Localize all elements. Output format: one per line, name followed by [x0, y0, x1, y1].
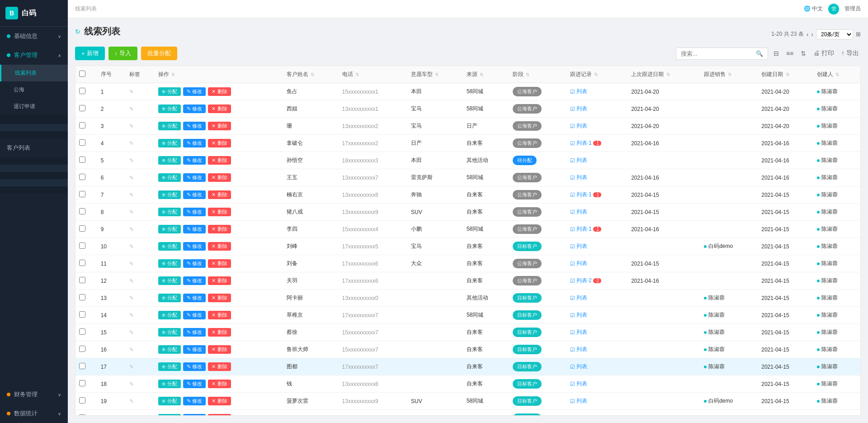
sort-button[interactable]: ⇅: [799, 48, 808, 59]
delete-button[interactable]: ✕ 删除: [208, 362, 231, 371]
edit-button[interactable]: ✎ 修改: [183, 294, 206, 302]
edit-tag-icon[interactable]: ✎: [129, 278, 134, 284]
row-checkbox[interactable]: [79, 363, 85, 369]
delete-button[interactable]: ✕ 删除: [208, 328, 231, 337]
edit-button[interactable]: ✎ 修改: [183, 139, 206, 147]
edit-button[interactable]: ✎ 修改: [183, 156, 206, 165]
batch-assign-button[interactable]: 批量分配: [141, 47, 177, 60]
assign-button[interactable]: ⊕ 分配: [158, 397, 181, 405]
edit-tag-icon[interactable]: ✎: [129, 89, 134, 95]
sidebar-item-financial[interactable]: 财务管理 ∨: [0, 385, 68, 404]
add-button[interactable]: + 新增: [75, 47, 105, 60]
edit-tag-icon[interactable]: ✎: [129, 381, 134, 387]
assign-button[interactable]: ⊕ 分配: [158, 345, 181, 354]
next-page-btn[interactable]: ›: [811, 31, 813, 38]
row-checkbox[interactable]: [79, 105, 85, 111]
row-checkbox[interactable]: [79, 380, 85, 386]
edit-button[interactable]: ✎ 修改: [183, 380, 206, 388]
follow-link[interactable]: ☑ 列表: [570, 328, 624, 336]
assign-button[interactable]: ⊕ 分配: [158, 190, 181, 199]
delete-button[interactable]: ✕ 删除: [208, 294, 231, 302]
assign-button[interactable]: ⊕ 分配: [158, 139, 181, 147]
edit-tag-icon[interactable]: ✎: [129, 261, 134, 267]
assign-button[interactable]: ⊕ 分配: [158, 414, 181, 416]
follow-link[interactable]: ☑ 列表: [570, 260, 624, 267]
print-button[interactable]: 🖨 打印: [811, 48, 836, 59]
edit-tag-icon[interactable]: ✎: [129, 192, 134, 198]
edit-tag-icon[interactable]: ✎: [129, 347, 134, 353]
delete-button[interactable]: ✕ 删除: [208, 225, 231, 233]
delete-button[interactable]: ✕ 删除: [208, 345, 231, 354]
prev-page-btn[interactable]: ‹: [807, 31, 809, 38]
delete-button[interactable]: ✕ 删除: [208, 122, 231, 130]
row-checkbox[interactable]: [79, 277, 85, 283]
follow-link[interactable]: ☑ 列表: [570, 157, 624, 164]
row-checkbox[interactable]: [79, 346, 85, 352]
edit-button[interactable]: ✎ 修改: [183, 173, 206, 182]
edit-tag-icon[interactable]: ✎: [129, 175, 134, 181]
search-icon[interactable]: 🔍: [756, 50, 763, 57]
follow-link[interactable]: ☑ 列表: [570, 311, 624, 319]
delete-button[interactable]: ✕ 删除: [208, 242, 231, 251]
edit-tag-icon[interactable]: ✎: [129, 226, 134, 233]
delete-button[interactable]: ✕ 删除: [208, 397, 231, 405]
follow-link[interactable]: ☑ 列表: [570, 105, 624, 113]
edit-tag-icon[interactable]: ✎: [129, 243, 134, 250]
edit-tag-icon[interactable]: ✎: [129, 106, 134, 112]
follow-link[interactable]: ☑ 列表: [570, 414, 624, 416]
follow-link[interactable]: ☑ 列表·2·2: [570, 277, 624, 285]
follow-link[interactable]: ☑ 列表: [570, 294, 624, 302]
grid-view-icon[interactable]: ⊞: [856, 31, 861, 38]
lang-switch[interactable]: 🌐 中文: [804, 5, 823, 13]
sidebar-sub-public-sea[interactable]: 公海: [0, 81, 68, 98]
edit-button[interactable]: ✎ 修改: [183, 105, 206, 113]
refresh-icon[interactable]: ↻: [75, 28, 80, 35]
assign-button[interactable]: ⊕ 分配: [158, 122, 181, 130]
assign-button[interactable]: ⊕ 分配: [158, 276, 181, 285]
row-checkbox[interactable]: [79, 242, 85, 249]
row-checkbox[interactable]: [79, 225, 85, 232]
assign-button[interactable]: ⊕ 分配: [158, 242, 181, 251]
edit-button[interactable]: ✎ 修改: [183, 311, 206, 319]
assign-button[interactable]: ⊕ 分配: [158, 362, 181, 371]
row-checkbox[interactable]: [79, 174, 85, 180]
row-checkbox[interactable]: [79, 191, 85, 197]
follow-link[interactable]: ☑ 列表·1·1: [570, 225, 624, 233]
assign-button[interactable]: ⊕ 分配: [158, 87, 181, 96]
edit-tag-icon[interactable]: ✎: [129, 140, 134, 147]
follow-link[interactable]: ☑ 列表: [570, 380, 624, 388]
row-checkbox[interactable]: [79, 260, 85, 266]
filter-button[interactable]: ⊟: [772, 48, 781, 59]
edit-tag-icon[interactable]: ✎: [129, 295, 134, 301]
edit-tag-icon[interactable]: ✎: [129, 123, 134, 129]
follow-link[interactable]: ☑ 列表: [570, 242, 624, 250]
delete-button[interactable]: ✕ 删除: [208, 87, 231, 96]
row-checkbox[interactable]: [79, 328, 85, 335]
edit-tag-icon[interactable]: ✎: [129, 209, 134, 215]
sidebar-item-customer-list[interactable]: 客户列表: [0, 138, 68, 157]
follow-link[interactable]: ☑ 列表: [570, 88, 624, 95]
sidebar-item-data-stats[interactable]: 数据统计 ∨: [0, 404, 68, 423]
row-checkbox[interactable]: [79, 139, 85, 146]
select-all-checkbox[interactable]: [79, 71, 85, 77]
follow-link[interactable]: ☑ 列表·1·1: [570, 191, 624, 199]
edit-button[interactable]: ✎ 修改: [183, 208, 206, 216]
row-checkbox[interactable]: [79, 122, 85, 128]
edit-button[interactable]: ✎ 修改: [183, 225, 206, 233]
follow-link[interactable]: ☑ 列表: [570, 174, 624, 181]
row-checkbox[interactable]: [79, 157, 85, 163]
search-input[interactable]: [681, 50, 753, 57]
page-size-select[interactable]: 20条/页 50条/页 100条/页: [816, 29, 853, 39]
import-button[interactable]: ↑ 导入: [108, 47, 138, 60]
sidebar-sub-lead-list[interactable]: 线索列表: [0, 65, 68, 81]
follow-link[interactable]: ☑ 列表·1·1: [570, 139, 624, 147]
assign-button[interactable]: ⊕ 分配: [158, 156, 181, 165]
delete-button[interactable]: ✕ 删除: [208, 190, 231, 199]
delete-button[interactable]: ✕ 删除: [208, 105, 231, 113]
sidebar-item-customer-mgmt[interactable]: 客户管理 ∧: [0, 46, 68, 65]
follow-link[interactable]: ☑ 列表: [570, 363, 624, 371]
delete-button[interactable]: ✕ 删除: [208, 414, 231, 416]
edit-tag-icon[interactable]: ✎: [129, 415, 134, 416]
row-checkbox[interactable]: [79, 397, 85, 404]
delete-button[interactable]: ✕ 删除: [208, 156, 231, 165]
